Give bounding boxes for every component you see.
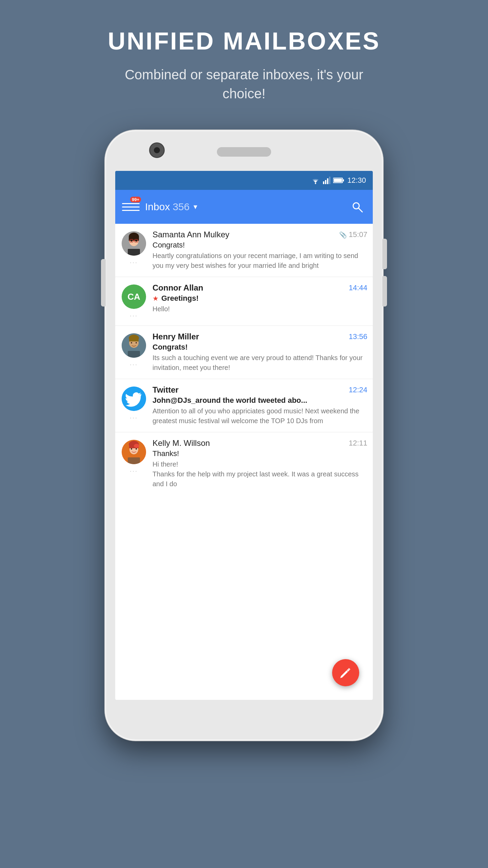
email-content: Henry Miller 13:56 Congrats! Its such a … [152, 332, 367, 373]
dropdown-arrow-icon[interactable]: ▾ [194, 202, 197, 211]
svg-point-34 [131, 448, 132, 450]
svg-rect-4 [329, 177, 330, 184]
more-options-icon[interactable]: ··· [130, 468, 138, 475]
email-time: 12:11 [349, 439, 367, 448]
page-subtitle: Combined or separate inboxes, it's your … [112, 65, 376, 103]
signal-icon [323, 177, 330, 184]
email-item[interactable]: ··· Twitter 12:24 John@DJs_around the wo… [115, 379, 373, 432]
email-list: ··· Samanta Ann Mulkey 📎 15:07 Congrats! [115, 224, 373, 495]
svg-point-0 [315, 183, 316, 184]
email-subject: Thanks! [152, 449, 179, 458]
status-icons: 12:30 [311, 176, 366, 185]
menu-line-1 [122, 203, 140, 204]
page-title: UNIFIED MAILBOXES [108, 27, 380, 55]
svg-point-35 [136, 448, 137, 450]
email-time: 12:24 [349, 386, 367, 394]
status-bar: 12:30 [115, 171, 373, 190]
email-subject: Congrats! [152, 343, 188, 352]
svg-line-9 [359, 208, 362, 212]
menu-button[interactable]: 99+ [122, 198, 140, 216]
more-options-icon[interactable]: ··· [130, 361, 138, 368]
avatar [122, 387, 146, 411]
avatar-samanta-svg [122, 231, 146, 256]
menu-line-3 [122, 210, 140, 211]
svg-point-16 [136, 240, 137, 242]
power-button [101, 259, 106, 307]
inbox-label: Inbox [145, 201, 170, 213]
twitter-bird-icon [122, 387, 146, 411]
battery-icon [333, 177, 345, 183]
wifi-icon [311, 177, 320, 184]
svg-point-15 [131, 240, 133, 242]
avatar [122, 231, 146, 256]
phone-speaker [217, 147, 271, 157]
email-time: 📎 15:07 [339, 230, 367, 239]
compose-icon [340, 667, 352, 679]
attachment-icon: 📎 [339, 232, 347, 238]
phone-mockup: 12:30 99+ Inbox 356 ▾ [105, 130, 383, 741]
email-content: Samanta Ann Mulkey 📎 15:07 Congrats! Hea… [152, 230, 367, 271]
phone-frame: 12:30 99+ Inbox 356 ▾ [105, 130, 383, 741]
avatar-column: ··· [115, 438, 152, 475]
email-subject: John@DJs_around the world tweeted abo... [152, 396, 307, 405]
email-item[interactable]: ··· Kelly M. Willson 12:11 Thanks! Hi th… [115, 432, 373, 495]
svg-rect-23 [129, 338, 139, 341]
sender-name: Kelly M. Willson [152, 438, 210, 448]
sender-name: Twitter [152, 385, 179, 395]
avatar-henry-svg [122, 333, 146, 358]
svg-rect-7 [343, 179, 344, 181]
app-bar[interactable]: 99+ Inbox 356 ▾ [115, 190, 373, 224]
sender-name: Henry Miller [152, 332, 199, 341]
email-time: 14:44 [349, 283, 367, 292]
email-preview: Hello! [152, 304, 367, 314]
svg-point-32 [134, 444, 139, 448]
email-preview: Heartly congratulations on your recent m… [152, 251, 367, 271]
avatar-column: CA ··· [115, 283, 152, 319]
more-options-icon[interactable]: ··· [130, 259, 138, 266]
email-preview: Its such a touching event we are very pr… [152, 353, 367, 373]
svg-rect-13 [129, 237, 139, 241]
inbox-title[interactable]: Inbox 356 ▾ [145, 201, 343, 213]
email-content: Kelly M. Willson 12:11 Thanks! Hi there!… [152, 438, 367, 489]
email-content: Connor Allan 14:44 ★ Greetings! Hello! [152, 283, 367, 314]
svg-point-25 [131, 342, 132, 343]
avatar [122, 333, 146, 358]
more-options-icon[interactable]: ··· [130, 414, 138, 421]
svg-rect-3 [327, 178, 328, 184]
svg-rect-1 [323, 181, 324, 184]
avatar: CA [122, 284, 146, 309]
svg-point-26 [136, 342, 137, 343]
email-preview: Hi there!Thanks for the help with my pro… [152, 459, 367, 489]
email-item[interactable]: CA ··· Connor Allan 14:44 ★ Greetings! [115, 277, 373, 326]
menu-line-2 [122, 206, 140, 208]
unread-badge: 99+ [130, 197, 141, 202]
search-icon [351, 201, 363, 213]
inbox-count: 356 [172, 201, 189, 213]
compose-fab-button[interactable] [332, 659, 359, 686]
email-subject: Congrats! [152, 241, 185, 250]
search-button[interactable] [348, 198, 366, 216]
avatar-kelly-svg [122, 440, 146, 464]
svg-rect-6 [334, 179, 342, 182]
phone-screen: 12:30 99+ Inbox 356 ▾ [115, 171, 373, 700]
sender-name: Connor Allan [152, 283, 203, 293]
email-item[interactable]: ··· Samanta Ann Mulkey 📎 15:07 Congrats! [115, 224, 373, 277]
volume-down-button [382, 276, 387, 307]
avatar-column: ··· [115, 332, 152, 368]
more-options-icon[interactable]: ··· [130, 312, 138, 319]
svg-rect-14 [128, 249, 140, 256]
svg-rect-33 [128, 457, 140, 464]
volume-up-button [382, 239, 387, 269]
svg-rect-2 [325, 180, 326, 184]
avatar [122, 440, 146, 464]
email-preview: Attention to all of you who appriciates … [152, 406, 367, 426]
sender-name: Samanta Ann Mulkey [152, 230, 229, 239]
star-icon: ★ [152, 294, 159, 302]
avatar-column: ··· [115, 385, 152, 421]
status-time: 12:30 [347, 176, 366, 185]
email-time: 13:56 [349, 332, 367, 341]
email-item[interactable]: ··· Henry Miller 13:56 Congrats! Its suc… [115, 326, 373, 379]
phone-camera [149, 142, 165, 158]
email-content: Twitter 12:24 John@DJs_around the world … [152, 385, 367, 426]
avatar-column: ··· [115, 230, 152, 266]
